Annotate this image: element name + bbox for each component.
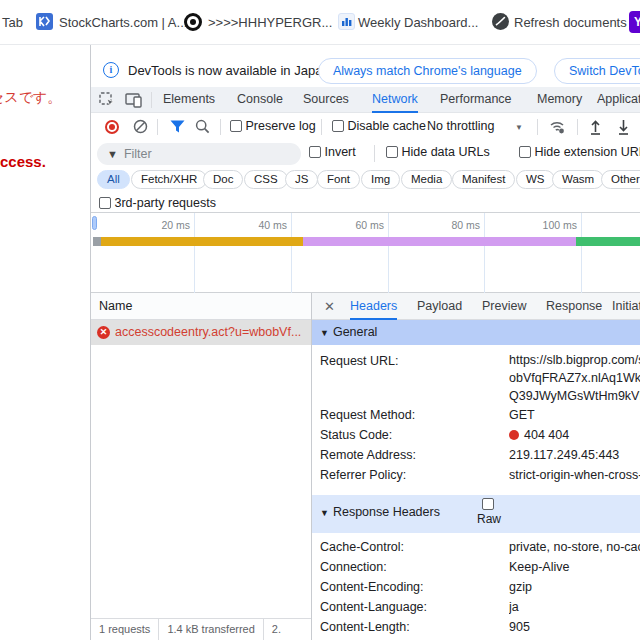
tab-application[interactable]: Application xyxy=(597,87,640,113)
header-row: Referrer Policy: strict-origin-when-cros… xyxy=(312,465,640,485)
header-value: gzip xyxy=(509,577,640,597)
chip-font[interactable]: Font xyxy=(317,170,360,189)
throttling-select[interactable]: No throttling xyxy=(427,119,494,133)
url-line: Q39JWyMGsWtHm9kVkV xyxy=(509,387,640,405)
header-row: Content-Encoding: gzip xyxy=(312,577,640,597)
chip-doc[interactable]: Doc xyxy=(203,170,243,189)
filter-placeholder: Filter xyxy=(124,147,152,161)
switch-devtools-button[interactable]: Switch DevTools to Japanese xyxy=(554,58,640,84)
stockcharts-favicon xyxy=(36,13,53,30)
invert-checkbox[interactable]: Invert xyxy=(309,145,356,159)
network-status-bar: 1 requests 1.4 kB transferred 2. xyxy=(91,618,311,640)
gridline xyxy=(194,252,195,293)
disable-cache-checkbox[interactable]: Disable cache xyxy=(332,119,426,133)
header-key: Connection: xyxy=(312,557,509,577)
url-line: https://slb.bigprop.com/s xyxy=(509,351,640,369)
bookmark-item[interactable]: StockCharts.com | A... xyxy=(59,15,187,30)
checkbox[interactable] xyxy=(332,120,344,132)
clear-icon[interactable] xyxy=(133,119,148,134)
chip-css[interactable]: CSS xyxy=(244,170,288,189)
bookmark-item[interactable]: Tab xyxy=(2,15,23,30)
tab-preview[interactable]: Preview xyxy=(482,293,526,320)
timeline-handle[interactable] xyxy=(92,216,97,230)
headers-drawer: ✕ Headers Payload Preview Response Initi… xyxy=(311,293,640,640)
inspect-element-icon[interactable] xyxy=(99,92,116,108)
collapse-triangle-icon: ▼ xyxy=(320,508,329,518)
transferred-size: 1.4 kB transferred xyxy=(159,619,263,640)
record-button[interactable] xyxy=(105,120,119,134)
header-row: Remote Address: 219.117.249.45:443 xyxy=(312,445,640,465)
hide-data-urls-label: Hide data URLs xyxy=(401,145,489,159)
response-headers-section-header[interactable]: ▼Response Headers Raw xyxy=(312,495,640,533)
header-value: 905 xyxy=(509,617,640,637)
header-row: Request Method: GET xyxy=(312,405,640,425)
header-key: Content-Language: xyxy=(312,597,509,617)
timeline-filmstrip xyxy=(91,252,640,293)
network-overview-timeline[interactable]: 20 ms 40 ms 60 ms 80 ms 100 ms xyxy=(91,212,640,252)
request-count: 1 requests xyxy=(91,619,159,640)
tab-headers[interactable]: Headers xyxy=(350,293,397,320)
bookmark-item[interactable]: >>>>HHHYPERGR... xyxy=(208,15,332,30)
request-row-selected[interactable]: ✕ accesscodeentry.act?u=wbobVf... xyxy=(91,320,311,345)
header-key: Cache-Control: xyxy=(312,537,509,557)
response-headers-label: Response Headers xyxy=(333,505,440,519)
chip-manifest[interactable]: Manifest xyxy=(452,170,515,189)
chip-wasm[interactable]: Wasm xyxy=(552,170,604,189)
page-error-text-jp: セスです。 xyxy=(0,89,61,107)
match-language-button[interactable]: Always match Chrome's language xyxy=(318,58,537,84)
third-party-label: 3rd-party requests xyxy=(114,196,215,210)
timeline-tick: 100 ms xyxy=(523,219,577,231)
tab-payload[interactable]: Payload xyxy=(417,293,462,320)
header-key: Content-Encoding: xyxy=(312,577,509,597)
chip-other[interactable]: Other xyxy=(601,170,640,189)
tab-performance[interactable]: Performance xyxy=(440,87,512,113)
chip-js[interactable]: JS xyxy=(285,170,318,189)
tab-console[interactable]: Console xyxy=(237,87,283,113)
yahoo-favicon[interactable]: Y! xyxy=(629,11,640,33)
tab-network[interactable]: Network xyxy=(372,87,418,113)
request-list-empty xyxy=(91,345,311,618)
filter-icon[interactable] xyxy=(170,120,185,133)
name-column-header[interactable]: Name xyxy=(91,293,311,320)
tab-sources[interactable]: Sources xyxy=(303,87,349,113)
divider xyxy=(537,119,538,135)
header-key: Content-Length: xyxy=(312,617,509,637)
checkbox[interactable] xyxy=(230,120,242,132)
filter-input[interactable]: ▼Filter xyxy=(97,143,301,165)
request-list: Name ✕ accesscodeentry.act?u=wbobVf... 1… xyxy=(91,293,311,640)
chip-all[interactable]: All xyxy=(97,170,130,189)
chip-ws[interactable]: WS xyxy=(516,170,555,189)
export-har-icon[interactable] xyxy=(616,118,631,135)
tab-response[interactable]: Response xyxy=(546,293,602,320)
close-icon[interactable]: ✕ xyxy=(324,299,335,314)
network-conditions-icon[interactable] xyxy=(549,120,567,134)
header-key: Request Method: xyxy=(312,405,509,425)
chip-media[interactable]: Media xyxy=(401,170,452,189)
preserve-log-checkbox[interactable]: Preserve log xyxy=(230,119,316,133)
divider xyxy=(374,145,375,162)
tab-initiator[interactable]: Initiator xyxy=(612,293,640,320)
hide-extension-urls-checkbox[interactable]: Hide extension URLs xyxy=(519,145,640,159)
chevron-down-icon[interactable]: ▼ xyxy=(515,123,523,132)
header-value: 404 404 xyxy=(509,425,640,445)
disable-cache-label: Disable cache xyxy=(347,119,426,133)
third-party-checkbox[interactable]: 3rd-party requests xyxy=(99,196,216,210)
chip-img[interactable]: Img xyxy=(361,170,400,189)
tab-memory[interactable]: Memory xyxy=(537,87,582,113)
tab-elements[interactable]: Elements xyxy=(163,87,215,113)
bookmark-item[interactable]: Refresh documents xyxy=(514,15,627,30)
timeline-tick: 80 ms xyxy=(426,219,480,231)
header-key: Request URL: xyxy=(312,351,509,405)
search-icon[interactable] xyxy=(195,119,210,134)
general-section-header[interactable]: ▼General xyxy=(312,320,640,345)
chip-fetch-xhr[interactable]: Fetch/XHR xyxy=(131,170,207,189)
bookmark-item[interactable]: Weekly Dashboard... xyxy=(358,15,478,30)
devtools-panel: i DevTools is now available in Japanese!… xyxy=(90,45,640,640)
page-content: セスです。 ccess. xyxy=(0,45,90,640)
hide-data-urls-checkbox[interactable]: Hide data URLs xyxy=(386,145,490,159)
import-har-icon[interactable] xyxy=(588,118,603,135)
device-toolbar-icon[interactable] xyxy=(125,92,143,108)
timeline-tick: 60 ms xyxy=(330,219,384,231)
header-row: Status Code: 404 404 xyxy=(312,425,640,445)
raw-checkbox[interactable] xyxy=(482,498,494,510)
